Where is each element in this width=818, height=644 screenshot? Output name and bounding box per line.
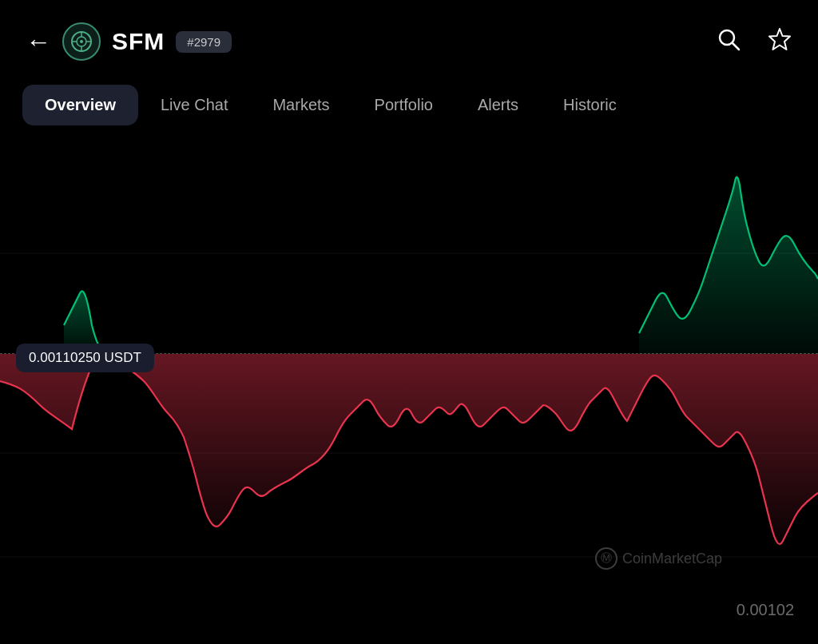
header: ← SFM #2979 (0, 0, 818, 77)
cmc-logo-icon: Ⓜ (595, 547, 617, 570)
svg-line-8 (733, 43, 739, 50)
back-button[interactable]: ← (26, 27, 51, 57)
tab-livechat[interactable]: Live Chat (138, 85, 251, 125)
tab-bar: Overview Live Chat Markets Portfolio Ale… (0, 77, 818, 133)
coinmarketcap-watermark: Ⓜ CoinMarketCap (595, 547, 722, 570)
coin-symbol: SFM (112, 28, 165, 55)
svg-marker-9 (769, 29, 790, 50)
tab-portfolio[interactable]: Portfolio (352, 85, 455, 125)
header-right (716, 26, 792, 58)
header-left: ← SFM #2979 (26, 22, 232, 61)
price-chart: 0.00110250 USDT Ⓜ CoinM (0, 133, 818, 634)
search-icon[interactable] (716, 26, 741, 58)
tab-markets[interactable]: Markets (250, 85, 351, 125)
bottom-price-label: 0.00102 (737, 601, 794, 619)
watermark-text: CoinMarketCap (622, 551, 722, 567)
coin-logo (62, 22, 101, 61)
coin-rank-badge: #2979 (176, 31, 232, 53)
watchlist-star-icon[interactable] (767, 26, 792, 58)
tab-alerts[interactable]: Alerts (455, 85, 541, 125)
tab-overview[interactable]: Overview (22, 85, 138, 125)
svg-point-2 (80, 40, 83, 43)
tab-historic[interactable]: Historic (541, 85, 639, 125)
price-tooltip: 0.00110250 USDT (16, 344, 154, 372)
